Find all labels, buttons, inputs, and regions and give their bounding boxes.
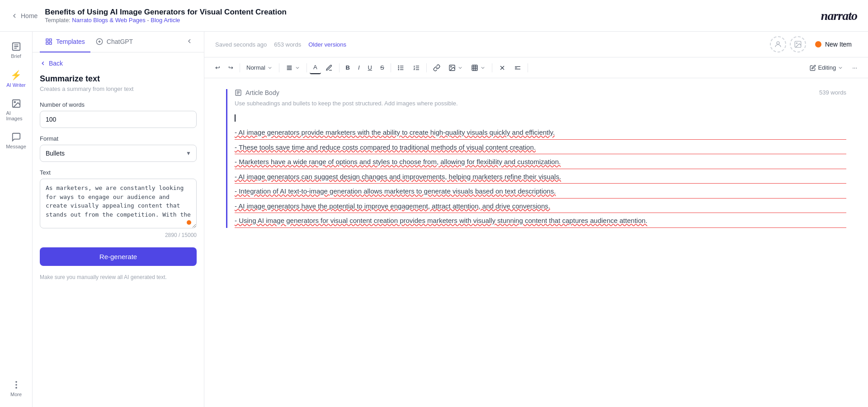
sidebar-item-brief[interactable]: Brief: [3, 37, 30, 63]
strike-icon: S: [380, 64, 384, 71]
editor-status: Saved seconds ago 653 words Older versio…: [215, 41, 346, 48]
avatar-button-2[interactable]: [790, 36, 806, 52]
sidebar-item-more[interactable]: More: [3, 375, 30, 402]
words-input[interactable]: [40, 111, 197, 128]
image-insert-button[interactable]: [445, 62, 467, 74]
highlight-button[interactable]: [322, 62, 336, 74]
link-button[interactable]: [429, 62, 444, 74]
toolbar-divider-7: [492, 63, 492, 72]
undo-button[interactable]: ↩: [212, 62, 224, 74]
more-toolbar-button[interactable]: ···: [849, 62, 861, 74]
tab-chatgpt-label: ChatGPT: [107, 38, 133, 45]
new-item-button[interactable]: New Item: [810, 37, 857, 52]
style-select-button[interactable]: Normal: [243, 62, 276, 74]
back-link[interactable]: Back: [40, 60, 197, 67]
table-insert-button[interactable]: [467, 62, 489, 74]
svg-rect-6: [46, 39, 48, 41]
message-icon: [11, 132, 21, 142]
avatar-button-1[interactable]: [770, 36, 786, 52]
svg-point-19: [398, 69, 399, 70]
table-icon: [471, 64, 478, 71]
sidebar-item-message[interactable]: Message: [3, 128, 30, 154]
page-info: Benefits of Using AI Image Generators fo…: [45, 8, 287, 24]
bold-button[interactable]: B: [342, 62, 354, 74]
format-select[interactable]: Bullets Paragraph Numbered: [40, 145, 197, 162]
ordered-list-icon: [413, 64, 420, 71]
app-logo: narrato: [821, 9, 857, 23]
table-chevron-icon: [480, 65, 486, 71]
toolbar-divider-6: [426, 63, 427, 72]
editor-content[interactable]: Article Body 539 words Use subheadings a…: [204, 78, 868, 407]
style-label: Normal: [246, 64, 265, 71]
svg-point-4: [16, 384, 17, 385]
list-item: - Integration of AI text-to-image genera…: [235, 185, 846, 199]
toolbar-divider-8: [528, 63, 528, 72]
italic-button[interactable]: I: [354, 62, 363, 74]
clear-format-button[interactable]: [495, 62, 509, 74]
font-color-button[interactable]: A: [310, 61, 321, 74]
svg-rect-7: [49, 39, 52, 41]
svg-point-2: [14, 101, 15, 103]
chatgpt-icon: [96, 38, 103, 45]
align-icon: [286, 64, 293, 71]
panel-tabs: Templates ChatGPT: [33, 32, 204, 52]
toolbar-divider-1: [240, 63, 240, 72]
svg-point-18: [398, 67, 399, 68]
home-link[interactable]: Home: [11, 12, 38, 19]
template-brand-link[interactable]: Narrato Blogs & Web Pages: [72, 17, 145, 24]
lightning-icon: ⚡: [10, 70, 22, 80]
bullet-list-button[interactable]: [394, 62, 408, 74]
tab-chatgpt[interactable]: ChatGPT: [90, 32, 138, 52]
clear-format-icon: [499, 64, 506, 71]
list-item: - AI image generators can suggest design…: [235, 170, 846, 184]
page-template: Template: Narrato Blogs & Web Pages - Bl…: [45, 17, 287, 24]
older-versions-link[interactable]: Older versions: [308, 41, 346, 48]
sidebar-item-aiimages[interactable]: AI Images: [3, 94, 30, 126]
top-header: Home Benefits of Using AI Image Generato…: [0, 0, 868, 32]
new-item-label: New Item: [825, 41, 852, 48]
regenerate-button[interactable]: Re-generate: [40, 247, 197, 266]
panel-disclaimer: Make sure you manually review all AI gen…: [40, 273, 197, 281]
brief-icon: [11, 42, 21, 52]
text-textarea[interactable]: As marketers, we are constantly looking …: [40, 179, 197, 228]
editing-mode-button[interactable]: Editing: [805, 62, 848, 74]
panel-content: Back Summarize text Creates a summary fr…: [33, 52, 204, 407]
tab-templates[interactable]: Templates: [40, 32, 90, 52]
home-label: Home: [21, 12, 38, 19]
underline-button[interactable]: U: [364, 62, 376, 74]
article-word-count: 539 words: [819, 89, 846, 96]
image-icon: [11, 99, 21, 109]
svg-rect-9: [49, 42, 52, 44]
panel-collapse-button[interactable]: [182, 34, 197, 50]
svg-point-3: [16, 382, 17, 383]
article-bullets: - AI image generators provide marketers …: [235, 126, 846, 228]
ordered-list-button[interactable]: [409, 62, 424, 74]
redo-button[interactable]: ↪: [225, 62, 237, 74]
align-button[interactable]: [282, 62, 304, 74]
tab-templates-label: Templates: [56, 38, 85, 45]
indent-button[interactable]: [510, 62, 525, 74]
font-color-icon: A: [313, 64, 317, 71]
toolbar-divider-5: [391, 63, 391, 72]
svg-point-11: [777, 42, 779, 44]
sidebar-item-aiwriter[interactable]: ⚡ AI Writer: [3, 65, 30, 92]
template-type-link[interactable]: Blog Article: [151, 17, 180, 24]
underline-icon: U: [368, 64, 372, 71]
article-placeholder: Use subheadings and bullets to keep the …: [235, 100, 846, 107]
italic-icon: I: [358, 64, 360, 71]
textarea-status-dot: [187, 220, 191, 225]
editor-actions: New Item: [770, 36, 857, 52]
strikethrough-button[interactable]: S: [377, 62, 388, 74]
style-chevron-icon: [267, 65, 273, 71]
back-chevron-icon: [40, 60, 46, 66]
back-label: Back: [49, 60, 63, 67]
svg-point-17: [398, 66, 399, 66]
cursor-line: [235, 114, 846, 122]
svg-point-24: [450, 66, 451, 67]
svg-rect-8: [46, 42, 48, 44]
editor-area: Saved seconds ago 653 words Older versio…: [204, 32, 868, 407]
section-title: Summarize text: [40, 74, 197, 84]
article-body-header: Article Body 539 words: [235, 89, 846, 96]
list-item: - These tools save time and reduce costs…: [235, 141, 846, 155]
sidebar-label-aiimages: AI Images: [6, 110, 26, 121]
